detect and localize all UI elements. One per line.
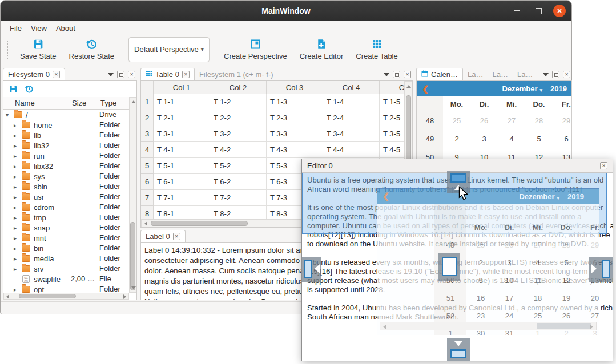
tree-row[interactable]: ▸cdromFolder xyxy=(3,202,129,212)
scroll-right-icon[interactable] xyxy=(123,294,126,299)
calendar-day-cell[interactable]: 9 xyxy=(466,272,495,289)
tab-calen[interactable]: Calen… xyxy=(416,68,463,80)
twisty-icon[interactable]: ▸ xyxy=(14,153,21,159)
restore-history-icon[interactable] xyxy=(25,84,34,94)
table-cell[interactable]: T 2-4 xyxy=(323,110,380,126)
tree-vertical-scrollbar[interactable] xyxy=(129,97,136,293)
row-header[interactable]: 4 xyxy=(141,142,154,158)
tree-row[interactable]: ▸lib32Folder xyxy=(3,140,129,151)
tree-row[interactable]: ▸runFolder xyxy=(3,151,129,161)
twisty-icon[interactable]: ▸ xyxy=(14,286,21,293)
minimize-button[interactable] xyxy=(511,5,524,17)
drop-indicator-bottom[interactable] xyxy=(447,338,470,361)
row-header[interactable]: 8 xyxy=(141,206,154,219)
panel-float-icon[interactable] xyxy=(117,71,124,78)
editor-close-icon[interactable] xyxy=(600,162,607,169)
tree-row[interactable]: ▸libx32Folder xyxy=(3,161,129,171)
create-editor-button[interactable]: Create Editor xyxy=(293,37,350,62)
tab-la[interactable]: La… xyxy=(463,68,488,80)
calendar-day-cell[interactable]: 27 xyxy=(498,112,525,130)
table-cell[interactable]: T 3-2 xyxy=(210,126,267,142)
twisty-icon[interactable]: ▸ xyxy=(14,184,21,190)
table-cell[interactable]: T 5-1 xyxy=(154,158,210,174)
table-cell[interactable]: T 1-2 xyxy=(210,94,267,110)
twisty-icon[interactable]: ▸ xyxy=(14,266,21,272)
table-cell[interactable]: T 4-5 xyxy=(380,142,404,158)
calendar-day-cell[interactable]: 25 xyxy=(443,112,470,130)
scroll-up-icon[interactable] xyxy=(131,100,136,103)
menu-item-file[interactable]: File xyxy=(5,22,26,34)
twisty-icon[interactable]: ▸ xyxy=(14,204,21,211)
table-cell[interactable]: T 4-2 xyxy=(210,142,267,158)
calendar-day-cell[interactable]: 25 xyxy=(466,236,495,254)
tree-row[interactable]: ▸srvFolder xyxy=(3,264,129,274)
twisty-icon[interactable]: ▸ xyxy=(14,163,21,169)
tree-row[interactable]: ▸tmpFolder xyxy=(3,212,129,223)
create-perspective-button[interactable]: Create Perspective xyxy=(218,37,293,62)
tree-row[interactable]: ▸snapFolder xyxy=(3,223,129,233)
calendar-day-cell[interactable]: 11 xyxy=(524,272,552,289)
twisty-icon[interactable]: ▸ xyxy=(14,194,21,200)
tree-row[interactable]: swapfile2,00 …File xyxy=(3,274,129,284)
calendar-month[interactable]: Dezember xyxy=(502,84,537,93)
calendar-day-cell[interactable]: 4 xyxy=(524,254,552,272)
tab-label-0[interactable]: Label 0 xyxy=(140,230,186,242)
calendar-day-cell[interactable]: 12 xyxy=(552,272,581,289)
maximize-button[interactable] xyxy=(532,5,545,17)
row-header[interactable]: 2 xyxy=(141,110,154,126)
calendar-day-cell[interactable]: 6 xyxy=(553,130,572,148)
tree-horizontal-scrollbar[interactable] xyxy=(3,293,129,300)
tab-close-icon[interactable] xyxy=(173,233,180,240)
calendar-day-cell[interactable]: 27 xyxy=(524,236,552,254)
drop-indicator-right[interactable] xyxy=(589,257,613,282)
save-icon[interactable] xyxy=(9,84,18,94)
calendar-day-cell[interactable]: 2 xyxy=(443,130,470,148)
tab-table-0[interactable]: Table 0 xyxy=(140,68,195,80)
calendar-day-cell[interactable]: 29 xyxy=(553,112,572,130)
calendar-day-cell[interactable]: 17 xyxy=(495,289,524,307)
scroll-down-icon[interactable] xyxy=(131,286,136,289)
twisty-icon[interactable]: ▸ xyxy=(14,122,21,128)
calendar-day-cell[interactable]: 16 xyxy=(466,289,495,307)
calendar-day-cell[interactable]: 26 xyxy=(495,236,524,254)
calendar-day-cell[interactable]: 20 xyxy=(581,289,599,307)
table-cell[interactable]: T 4-4 xyxy=(323,142,380,158)
panel-menu-icon[interactable] xyxy=(108,73,114,76)
scroll-up-icon[interactable] xyxy=(406,85,411,88)
tree-row[interactable]: ▸binFolder xyxy=(3,243,129,253)
calendar-day-cell[interactable]: 2 xyxy=(466,254,495,272)
column-header-size[interactable]: Size xyxy=(72,97,86,110)
table-cell[interactable]: T 2-5 xyxy=(380,110,404,126)
table-cell[interactable]: T 1-5 xyxy=(380,94,404,110)
drop-indicator-center[interactable] xyxy=(438,253,460,281)
table-cell[interactable]: T 8-1 xyxy=(154,206,210,219)
panel-float-icon[interactable] xyxy=(393,71,400,78)
menu-item-about[interactable]: About xyxy=(51,22,80,34)
table-cell[interactable]: T 7-2 xyxy=(210,190,267,206)
tab-la[interactable]: La… xyxy=(488,68,512,80)
restore-state-button[interactable]: Restore State xyxy=(63,37,121,62)
tree-row[interactable]: ▸homeFolder xyxy=(3,120,129,130)
table-cell[interactable]: T 4-1 xyxy=(154,142,210,158)
tree-row[interactable]: ▸optFolder xyxy=(3,284,129,293)
tree-row[interactable]: ▾/Drive xyxy=(3,110,129,120)
row-header[interactable]: 3 xyxy=(141,126,154,142)
table-cell[interactable]: T 7-1 xyxy=(154,190,210,206)
scroll-left-icon[interactable] xyxy=(144,221,147,226)
panel-menu-icon[interactable] xyxy=(384,73,389,76)
calendar-day-cell[interactable]: 19 xyxy=(552,289,581,307)
calendar-day-cell[interactable]: 10 xyxy=(495,272,524,289)
calendar-day-cell[interactable]: 28 xyxy=(552,236,581,254)
row-header[interactable]: 1 xyxy=(141,94,154,110)
panel-close-icon[interactable] xyxy=(563,71,570,78)
tree-row[interactable]: ▸sysFolder xyxy=(3,171,129,181)
tab-close-icon[interactable] xyxy=(182,71,190,78)
calendar-day-cell[interactable]: 5 xyxy=(552,254,581,272)
twisty-icon[interactable]: ▾ xyxy=(6,112,13,118)
calendar-day-cell[interactable]: 18 xyxy=(524,289,552,307)
calendar-day-cell[interactable]: 26 xyxy=(470,112,498,130)
calendar-day-cell[interactable]: 28 xyxy=(525,112,553,130)
table-cell[interactable]: T 5-2 xyxy=(210,158,267,174)
table-cell[interactable]: T 3-3 xyxy=(267,126,323,142)
table-cell[interactable]: T 2-1 xyxy=(154,110,210,126)
